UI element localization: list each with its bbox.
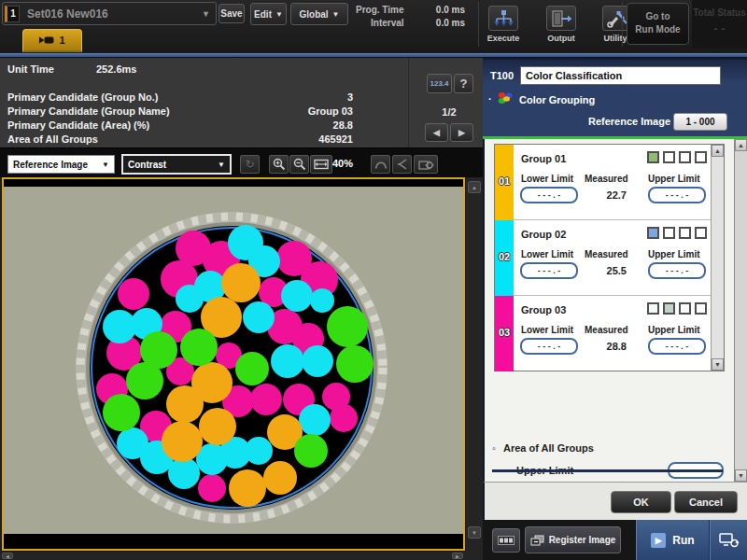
tool-title-input[interactable]: Color Classification: [520, 66, 721, 85]
group-checkboxes: [647, 302, 707, 315]
up-arrow-icon: ▲: [472, 185, 477, 190]
upper-limit-input[interactable]: - - - . -: [648, 338, 706, 355]
group-checkbox[interactable]: [663, 302, 675, 315]
measured-value: 25.5: [584, 265, 627, 276]
lower-limit-header: Lower Limit: [521, 249, 573, 259]
viewport-vscrollbar[interactable]: ▲ ▼: [466, 177, 483, 553]
camera-icon: [39, 35, 54, 45]
total-status: Total Status - -: [692, 0, 747, 49]
scroll-up-button[interactable]: ▲: [735, 139, 747, 151]
group-checkbox[interactable]: [647, 151, 659, 163]
scroll-left-button[interactable]: ◀: [2, 553, 13, 559]
numeric-display-button[interactable]: 123.4: [427, 74, 452, 93]
execute-button[interactable]: [488, 6, 518, 31]
edge-display-button[interactable]: [392, 155, 412, 174]
scroll-up-button[interactable]: ▲: [712, 145, 724, 157]
group-checkbox[interactable]: [663, 151, 675, 163]
group-checkbox[interactable]: [695, 151, 707, 163]
upper-limit-input[interactable]: - - - . -: [648, 262, 706, 279]
group-checkbox[interactable]: [663, 227, 675, 239]
scroll-down-button[interactable]: ▼: [712, 358, 724, 371]
profile-display-button[interactable]: [371, 155, 390, 174]
measured-header: Measured: [585, 325, 628, 335]
group-checkbox[interactable]: [647, 227, 659, 239]
help-button[interactable]: ?: [454, 74, 473, 93]
app-window: 1 Set016 New016 ▼ Save Edit▼ Global▼ Pro…: [0, 0, 747, 560]
measured-header: Measured: [585, 174, 628, 184]
group-checkbox[interactable]: [679, 302, 691, 315]
run-block: ▶ Run: [636, 520, 747, 560]
edit-menu-button[interactable]: Edit▼: [250, 3, 287, 25]
display-switch-button[interactable]: [710, 520, 747, 560]
reference-image-label: Reference Image: [588, 116, 670, 127]
lower-limit-input[interactable]: - - - . -: [520, 187, 578, 203]
group-checkbox[interactable]: [679, 151, 691, 163]
viewport-hscrollbar[interactable]: ◀ ▶: [0, 553, 483, 560]
cancel-button[interactable]: Cancel: [674, 491, 738, 513]
ok-button[interactable]: OK: [611, 491, 671, 513]
upper-limit-input[interactable]: - - - . -: [648, 187, 706, 203]
reference-image-display[interactable]: [4, 179, 463, 549]
confirm-strip: OK Cancel: [483, 482, 747, 520]
display-mode-dropdown[interactable]: Contrast▼: [121, 154, 232, 175]
tool-header: T100 Color Classification · Color Groupi…: [483, 58, 747, 136]
group-row: 01 Group 01 Lower Limit Measured Upper L…: [495, 145, 711, 220]
scroll-up-button[interactable]: ▲: [468, 181, 481, 193]
group-checkbox[interactable]: [679, 227, 691, 239]
refresh-button[interactable]: ↻: [240, 155, 260, 174]
page-prev-button[interactable]: ◀: [425, 123, 448, 142]
fit-to-window-button[interactable]: [310, 155, 332, 174]
scroll-right-button[interactable]: ▶: [452, 553, 463, 559]
settings-body: 01 Group 01 Lower Limit Measured Upper L…: [483, 139, 747, 482]
go-to-run-mode-button[interactable]: Go to Run Mode: [627, 3, 689, 45]
stat-row-label: Area of All Groups: [7, 133, 98, 145]
save-button[interactable]: Save: [218, 4, 245, 23]
scroll-down-button[interactable]: ▼: [468, 526, 481, 539]
stat-row-label: Primary Candidate (Group Name): [7, 105, 170, 117]
reference-image-button[interactable]: 1 - 000: [673, 113, 727, 131]
right-arrow-icon: ▶: [456, 553, 459, 559]
lower-limit-input[interactable]: - - - . -: [520, 262, 578, 279]
stat-row-label: Primary Candidate (Area) (%): [7, 119, 149, 131]
area-bullet: ◦: [492, 442, 496, 454]
execute-label: Execute: [477, 34, 529, 43]
program-selector[interactable]: 1 Set016 New016 ▼: [2, 2, 217, 25]
prog-time-value: 0.0 ms: [409, 5, 465, 15]
tab-camera-1[interactable]: 1: [22, 29, 82, 52]
group-checkbox[interactable]: [695, 302, 707, 315]
utility-tools-icon: [606, 9, 628, 28]
display-settings-button[interactable]: [414, 155, 438, 174]
bottom-action-bar: Register Image ▶ Run: [483, 520, 747, 560]
down-arrow-icon: ▼: [738, 472, 744, 479]
group-color-swatch: 03: [495, 296, 514, 371]
group-checkbox[interactable]: [647, 302, 659, 315]
lower-limit-input[interactable]: - - - . -: [520, 338, 578, 355]
chevron-down-icon: ▼: [102, 161, 109, 169]
page-next-button[interactable]: ▶: [450, 123, 473, 142]
register-image-button[interactable]: Register Image: [525, 526, 621, 553]
image-toolbar: Reference Image▼ Contrast▼ ↻: [0, 147, 483, 177]
scroll-down-button[interactable]: ▼: [735, 469, 747, 482]
group-name: Group 03: [521, 304, 566, 315]
zoom-out-button[interactable]: [289, 155, 309, 174]
image-select-dropdown[interactable]: Reference Image▼: [7, 155, 115, 174]
group-row: 03 Group 03 Lower Limit Measured Upper L…: [495, 296, 711, 371]
global-menu-button[interactable]: Global▼: [290, 3, 348, 25]
left-arrow-icon: ◀: [6, 553, 9, 559]
group-checkbox[interactable]: [695, 227, 707, 239]
bullet: ·: [488, 93, 492, 105]
divider: [408, 58, 409, 147]
unit-time-value: 252.6ms: [96, 63, 136, 75]
panel-scrollbar[interactable]: ▲ ▼: [734, 139, 747, 482]
image-list-button[interactable]: [492, 528, 520, 553]
down-arrow-icon: ▼: [472, 530, 477, 536]
right-arrow-icon: ▶: [458, 128, 465, 137]
zoom-in-button[interactable]: [269, 155, 289, 174]
image-viewport[interactable]: [2, 177, 465, 551]
output-button[interactable]: [546, 6, 576, 31]
zoom-level: 40%: [332, 158, 353, 169]
run-button[interactable]: ▶ Run: [637, 520, 710, 560]
output-label: Output: [535, 34, 587, 43]
output-icon: [550, 9, 572, 28]
group-list-scrollbar[interactable]: ▲ ▼: [711, 145, 724, 371]
